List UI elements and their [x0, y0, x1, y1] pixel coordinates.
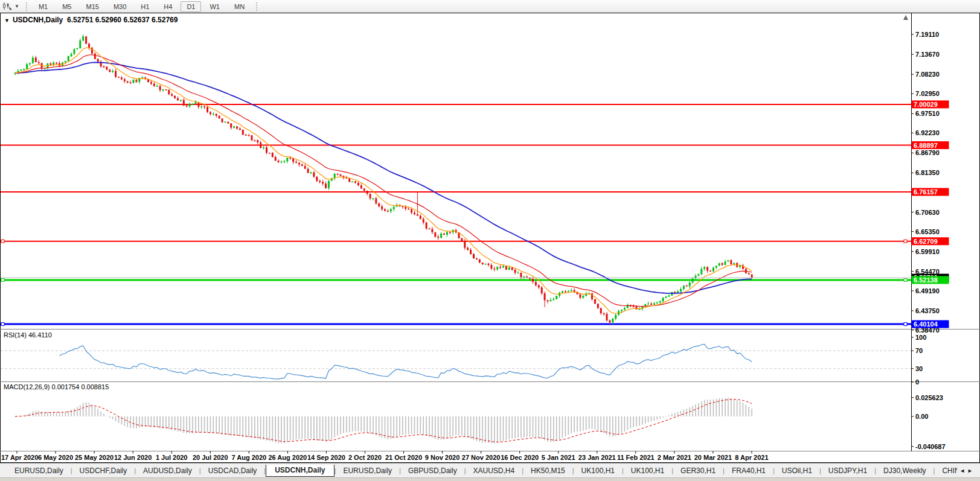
svg-text:0.00: 0.00: [915, 413, 928, 420]
tab-usoil-h1[interactable]: USOil,H1: [775, 465, 819, 477]
symbol-dropdown-icon[interactable]: ▼: [4, 18, 10, 24]
svg-text:11 Feb 2021: 11 Feb 2021: [617, 454, 655, 461]
tab-usdchf-daily[interactable]: USDCHF,Daily: [72, 465, 135, 477]
tab-uk100-h1[interactable]: UK100,H1: [624, 465, 671, 477]
svg-text:8 Apr 2021: 8 Apr 2021: [735, 454, 768, 461]
rsi-indicator-label: RSI(14) 46.4110: [4, 331, 52, 339]
timeframe-button-h4[interactable]: H4: [158, 1, 178, 12]
tab-china300-h1[interactable]: CHINA300,H1: [935, 465, 957, 477]
timeframe-button-h1[interactable]: H1: [135, 1, 155, 12]
level-badge-6.62709: 6.62709: [912, 237, 949, 245]
tab-eurusd-daily[interactable]: EURUSD,Daily: [336, 465, 399, 477]
svg-text:6.49190: 6.49190: [915, 287, 940, 295]
tab-scroll-left-icon[interactable]: ◄: [959, 468, 967, 474]
svg-text:7 Aug 2020: 7 Aug 2020: [231, 454, 266, 461]
chart-tab-bar: EURUSD,Daily|USDCHF,Daily|AUDUSD,Daily|U…: [0, 463, 980, 478]
svg-text:6.88897: 6.88897: [914, 142, 938, 149]
tab-fra40-h1[interactable]: FRA40,H1: [725, 465, 773, 477]
svg-text:20 Mar 2021: 20 Mar 2021: [694, 454, 732, 461]
svg-text:16 Dec 2020: 16 Dec 2020: [501, 454, 539, 461]
tab-uk100-h1[interactable]: UK100,H1: [574, 465, 622, 477]
tab-audusd-daily[interactable]: AUDUSD,Daily: [136, 465, 199, 477]
svg-text:27 Nov 2020: 27 Nov 2020: [462, 454, 501, 461]
tab-usdcad-daily[interactable]: USDCAD,Daily: [201, 465, 264, 477]
svg-text:26 Aug 2020: 26 Aug 2020: [268, 454, 307, 461]
svg-text:7.13670: 7.13670: [915, 51, 940, 58]
svg-text:6.62709: 6.62709: [914, 238, 938, 245]
timeframe-button-m30[interactable]: M30: [107, 1, 132, 12]
svg-text:-0.040687: -0.040687: [915, 443, 946, 450]
svg-text:6.43750: 6.43750: [915, 307, 940, 314]
toolbar-grip[interactable]: [26, 2, 27, 11]
svg-text:6.40104: 6.40104: [914, 320, 938, 328]
tab-eurusd-daily[interactable]: EURUSD,Daily: [7, 465, 71, 477]
symbol-tabs: EURUSD,Daily|USDCHF,Daily|AUDUSD,Daily|U…: [0, 465, 957, 477]
svg-text:14 Sep 2020: 14 Sep 2020: [307, 454, 345, 461]
chart-window: 7.191107.136707.082307.029506.975106.922…: [0, 13, 980, 463]
level-badge-6.52138: 6.52138: [912, 276, 949, 284]
chart-canvas[interactable]: 7.191107.136707.082307.029506.975106.922…: [0, 13, 980, 463]
tab-ger30-h1[interactable]: GER30,H1: [673, 465, 723, 477]
level-badge-7.00029: 7.00029: [912, 100, 949, 108]
candlestick-chart-icon[interactable]: [2, 2, 14, 11]
svg-text:7.19110: 7.19110: [915, 31, 939, 38]
svg-text:6.65350: 6.65350: [915, 228, 940, 235]
tab-usdjpy-h1[interactable]: USDJPY,H1: [821, 465, 874, 477]
svg-text:30: 30: [915, 365, 923, 372]
svg-text:2 Mar 2021: 2 Mar 2021: [658, 454, 691, 461]
svg-text:0: 0: [915, 378, 919, 386]
svg-text:6.97510: 6.97510: [915, 110, 940, 117]
tab-hk50-m15[interactable]: HK50,M15: [524, 465, 572, 477]
timeframe-button-mn[interactable]: MN: [228, 1, 251, 12]
timeframe-buttons: M1M5M15M30H1H4D1W1MN: [31, 1, 252, 12]
chart-symbol-period: USDCNH,Daily: [13, 16, 63, 24]
svg-text:23 Jan 2021: 23 Jan 2021: [578, 454, 616, 461]
svg-text:7.00029: 7.00029: [914, 101, 938, 108]
svg-text:6.59910: 6.59910: [915, 248, 940, 255]
svg-text:6 May 2020: 6 May 2020: [38, 454, 73, 461]
tab-gbpusd-daily[interactable]: GBPUSD,Daily: [401, 465, 464, 477]
chart-ohlc-values: 6.52751 6.52960 6.52637 6.52769: [67, 16, 178, 24]
level-badge-6.88897: 6.88897: [912, 141, 949, 149]
chart-title: ▼USDCNH,Daily 6.52751 6.52960 6.52637 6.…: [4, 16, 178, 24]
macd-indicator-label: MACD(12,26,9) 0.001754 0.008815: [4, 383, 109, 390]
svg-text:6.92230: 6.92230: [915, 129, 940, 136]
toolbar-grip-2[interactable]: [256, 2, 257, 11]
window-bottom-strip: [0, 477, 980, 481]
tab-usdcnh-daily[interactable]: USDCNH,Daily: [266, 465, 334, 477]
svg-text:6.81350: 6.81350: [915, 169, 940, 176]
tab-xauusd-h4[interactable]: XAUUSD,H4: [466, 465, 522, 477]
top-toolbar: ▼ M1M5M15M30H1H4D1W1MN: [0, 0, 980, 13]
svg-text:6.70630: 6.70630: [915, 209, 940, 216]
timeframe-button-d1[interactable]: D1: [181, 1, 201, 12]
level-badge-6.76157: 6.76157: [912, 188, 949, 196]
timeframe-button-m1[interactable]: M1: [33, 1, 54, 12]
svg-text:12 Jun 2020: 12 Jun 2020: [114, 454, 152, 461]
svg-text:0.025623: 0.025623: [915, 394, 943, 401]
timeframe-button-w1[interactable]: W1: [203, 1, 226, 12]
svg-text:6.86790: 6.86790: [915, 149, 940, 156]
timeframe-button-m5[interactable]: M5: [56, 1, 77, 12]
svg-text:7.08230: 7.08230: [915, 71, 940, 78]
chart-window-border: [1, 13, 980, 463]
svg-text:2 Oct 2020: 2 Oct 2020: [348, 454, 382, 461]
chart-tool-dropdown-icon[interactable]: ▼: [14, 4, 19, 9]
svg-text:1 Jul 2020: 1 Jul 2020: [156, 454, 188, 461]
svg-text:21 Oct 2020: 21 Oct 2020: [385, 454, 422, 461]
timeframe-button-m15[interactable]: M15: [80, 1, 104, 12]
level-badge-6.40104: 6.40104: [912, 320, 949, 328]
tab-scroll-arrows: ◄►: [957, 468, 980, 474]
svg-text:6.52138: 6.52138: [914, 276, 938, 284]
svg-text:25 May 2020: 25 May 2020: [75, 454, 114, 461]
svg-text:20 Jul 2020: 20 Jul 2020: [193, 454, 228, 461]
svg-text:70: 70: [915, 347, 923, 354]
tab-dj30-weekly[interactable]: DJ30,Weekly: [876, 465, 933, 477]
svg-text:5 Jan 2021: 5 Jan 2021: [542, 454, 575, 461]
svg-text:17 Apr 2020: 17 Apr 2020: [1, 454, 38, 461]
svg-text:7.02950: 7.02950: [915, 90, 940, 97]
svg-text:100: 100: [915, 334, 926, 341]
tab-scroll-right-icon[interactable]: ►: [967, 468, 975, 474]
svg-text:9 Nov 2020: 9 Nov 2020: [425, 454, 460, 461]
svg-text:6.76157: 6.76157: [914, 188, 938, 196]
